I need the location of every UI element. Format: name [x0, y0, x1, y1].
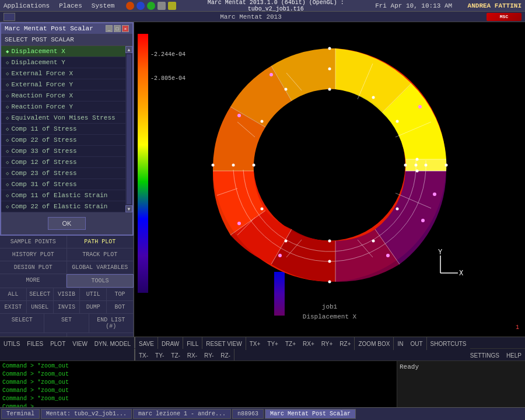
sample-points-button[interactable]: SAMPLE POINTS — [0, 236, 67, 248]
exist-button[interactable]: EXIST — [0, 301, 27, 313]
command-line: Command > *zoom_out — [2, 395, 394, 403]
svg-point-31 — [261, 120, 264, 123]
settings-button[interactable]: SETTINGS — [467, 349, 503, 362]
scalar-item[interactable]: Equivalent Von Mises Stress — [1, 113, 125, 124]
datetime-user: Fri Apr 10, 10:13 AM ANDREA FATTINI — [375, 2, 522, 9]
scalar-item[interactable]: Comp 31 of Stress — [1, 179, 125, 190]
taskbar-item[interactable]: marc lezione 1 - andre... — [133, 409, 231, 419]
svg-point-21 — [425, 163, 428, 166]
ry-minus-button[interactable]: RY- — [201, 349, 217, 362]
select-button-1[interactable]: SELECT — [27, 288, 54, 300]
taskbar: TerminalMentat: tubo_v2_job1...marc lezi… — [0, 407, 525, 420]
path-plot-button[interactable]: PATH PLOT — [67, 236, 134, 248]
global-variables-button[interactable]: GLOBAL VARIABLES — [67, 261, 134, 274]
menu-icon[interactable] — [4, 13, 15, 21]
taskbar-item[interactable]: Terminal — [1, 409, 40, 419]
tz-minus-button[interactable]: TZ- — [167, 349, 184, 362]
scalar-item[interactable]: External Force Y — [1, 79, 125, 90]
end-list-button[interactable]: END LIST (#) — [89, 314, 134, 332]
menu-system[interactable]: System — [92, 2, 115, 9]
svg-point-24 — [445, 163, 448, 166]
bot-button[interactable]: BOT — [107, 301, 134, 313]
tx-minus-button[interactable]: TX- — [135, 349, 152, 362]
scalar-item[interactable]: Displacement Y — [1, 57, 125, 68]
scroll-thumb[interactable] — [127, 54, 131, 204]
scalar-item[interactable]: External Force X — [1, 68, 125, 79]
field-label: Displacement X — [303, 313, 356, 320]
scalar-item[interactable]: Comp 11 of Stress — [1, 124, 125, 135]
scalar-item[interactable]: Reaction Force X — [1, 90, 125, 102]
command-line: Command > — [2, 403, 394, 407]
ok-button[interactable]: OK — [48, 217, 86, 230]
files-button[interactable]: FILES — [23, 337, 47, 350]
svg-point-44 — [433, 192, 436, 196]
save-button[interactable]: SAVE — [135, 337, 158, 350]
help-button[interactable]: HELP — [503, 349, 525, 362]
scroll-down-button[interactable]: ▼ — [125, 205, 132, 212]
more-button[interactable]: MORE — [0, 274, 66, 288]
ty-plus-button[interactable]: TY+ — [264, 337, 282, 350]
zoom-in-button[interactable]: IN — [394, 337, 407, 350]
system-bar: Applications Places System Marc Mentat 2… — [0, 0, 525, 12]
svg-point-38 — [328, 280, 331, 283]
fill-button[interactable]: FILL — [183, 337, 202, 350]
svg-point-32 — [232, 163, 235, 166]
reset-view-button[interactable]: RESET VIEW — [202, 337, 246, 350]
shortcuts-button[interactable]: SHORTCUTS — [427, 337, 470, 350]
view-button[interactable]: VIEW — [69, 337, 91, 350]
modal-minimize-button[interactable]: _ — [106, 25, 113, 32]
track-plot-button[interactable]: TRACK PLOT — [67, 249, 134, 261]
set-button[interactable]: SET — [44, 314, 89, 332]
dyn-model-button[interactable]: DYN. MODEL — [91, 337, 134, 350]
scalar-item[interactable]: Displacement X — [1, 46, 125, 57]
main-title-bar: Marc Mentat 2013 MSC — [0, 12, 525, 22]
zoom-box-button[interactable]: ZOOM BOX — [355, 337, 394, 350]
ok-area: OK — [1, 212, 132, 235]
scalar-item[interactable]: Comp 22 of Stress — [1, 135, 125, 146]
toolbar-left-section: UTILS FILES PLOT VIEW DYN. MODEL — [0, 337, 135, 348]
scalar-scrollbar[interactable]: ▲ ▼ — [125, 46, 132, 212]
design-plot-button[interactable]: DESIGN PLOT — [0, 261, 67, 274]
visib-button[interactable]: VISIB — [54, 288, 80, 300]
menu-places[interactable]: Places — [59, 2, 82, 9]
dump-button[interactable]: DUMP — [80, 301, 107, 313]
tools-button[interactable]: TOOLS — [66, 274, 134, 288]
scroll-up-button[interactable]: ▲ — [125, 46, 132, 53]
plot-button[interactable]: PLOT — [47, 337, 69, 350]
util-button[interactable]: UTIL — [80, 288, 107, 300]
rx-plus-button[interactable]: RX+ — [299, 337, 318, 350]
tx-plus-button[interactable]: TX+ — [246, 337, 264, 350]
rz-plus-button[interactable]: RZ+ — [336, 337, 355, 350]
invis-button[interactable]: INVIS — [54, 301, 80, 313]
rz-minus-button[interactable]: RZ- — [217, 349, 235, 362]
taskbar-item[interactable]: Mentat: tubo_v2_job1... — [41, 409, 132, 419]
svg-point-42 — [416, 158, 419, 160]
toolbar-row-2: TX- TY- TZ- RX- RY- RZ- SETTINGS HELP — [0, 349, 525, 360]
zoom-out-button[interactable]: OUT — [407, 337, 426, 350]
scalar-item[interactable]: Reaction Force Y — [1, 102, 125, 113]
all-button[interactable]: ALL — [0, 288, 27, 300]
scalar-item[interactable]: Comp 22 of Elastic Strain — [1, 201, 125, 212]
modal-maximize-button[interactable]: □ — [114, 25, 121, 32]
svg-point-51 — [278, 254, 282, 257]
taskbar-item[interactable]: n88963 — [232, 409, 264, 419]
rx-minus-button[interactable]: RX- — [184, 349, 201, 362]
scalar-item[interactable]: Comp 23 of Stress — [1, 168, 125, 179]
ry-plus-button[interactable]: RY+ — [318, 337, 337, 350]
unsel-button[interactable]: UNSEL — [27, 301, 54, 313]
select-button-2[interactable]: SELECT — [0, 314, 44, 332]
tz-plus-button[interactable]: TZ+ — [282, 337, 299, 350]
viewport: -2.244e-04 -2.805e-04 — [134, 22, 525, 337]
modal-close-button[interactable]: × — [122, 25, 129, 32]
top-button[interactable]: TOP — [107, 288, 134, 300]
menu-applications[interactable]: Applications — [4, 2, 50, 9]
scalar-item[interactable]: Comp 33 of Stress — [1, 146, 125, 157]
draw-button[interactable]: DRAW — [158, 337, 183, 350]
scalar-item[interactable]: Comp 11 of Elastic Strain — [1, 190, 125, 201]
taskbar-item[interactable]: Marc Mentat Post Scalar — [265, 409, 356, 419]
ty-minus-button[interactable]: TY- — [152, 349, 167, 362]
scalar-header: SELECT POST SCALAR — [1, 34, 132, 46]
utils-button[interactable]: UTILS — [0, 337, 23, 350]
scalar-item[interactable]: Comp 12 of Stress — [1, 157, 125, 168]
history-plot-button[interactable]: HISTORY PLOT — [0, 249, 67, 261]
